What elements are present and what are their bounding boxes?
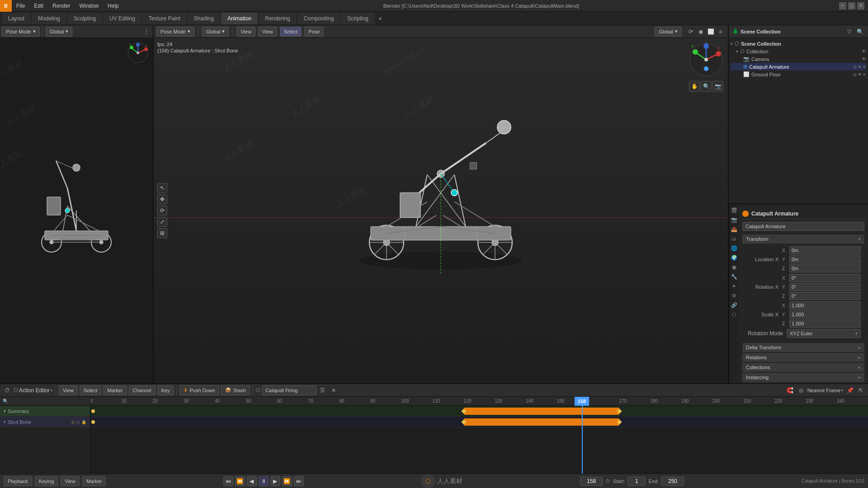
main-viewport[interactable]: Pose Mode ▾ Global ▾ View View Select Po… (154, 25, 728, 383)
tab-compositing[interactable]: Compositing (297, 13, 340, 24)
rotation-x-field[interactable]: 0° (789, 274, 861, 282)
ground-hide-icon[interactable]: ✕ (863, 72, 866, 77)
menu-window[interactable]: Window (75, 0, 103, 11)
maximize-button[interactable]: □ (848, 2, 855, 9)
tab-texture-paint[interactable]: Texture Paint (142, 13, 187, 24)
ground-floor-item[interactable]: ⬜ Ground Floor ◎ 👁 ✕ (731, 70, 866, 78)
action-name-field[interactable]: Catapult Firing (262, 385, 316, 395)
pb-marker-btn[interactable]: Marker (82, 476, 106, 486)
viewport-icon-1[interactable]: ⟳ (686, 27, 695, 36)
prop-tab-object[interactable]: ▣ (730, 263, 738, 271)
transform-header[interactable]: Transform ▾ (742, 235, 864, 244)
instancing-header[interactable]: Instancing ▸ (742, 373, 864, 382)
main-mode-selector[interactable]: Pose Mode ▾ (156, 27, 194, 37)
motion-paths-header[interactable]: Motion Paths ▸ (742, 383, 864, 383)
camera-item[interactable]: 📷 Camera 👁 (731, 55, 866, 63)
tool-transform-icon[interactable]: ⊞ (157, 228, 167, 238)
close-button[interactable]: × (857, 2, 864, 9)
play-pause-btn[interactable]: ⏸ (259, 476, 269, 486)
keying-btn[interactable]: Keying (35, 476, 58, 486)
menu-edit[interactable]: Edit (29, 0, 48, 11)
prev-keyframe-btn[interactable]: ⏪ (235, 476, 245, 486)
tab-animation[interactable]: Animation (221, 13, 258, 24)
prop-tab-render[interactable]: 📷 (730, 216, 738, 224)
catapult-armature-item[interactable]: ⊞ Catapult Armature ◎ 👁 ✕ (731, 63, 866, 70)
left-view-options[interactable]: ⋮ (142, 27, 151, 36)
editor-type-dropdown[interactable]: ▾ (51, 388, 53, 393)
playback-mode-btn[interactable]: Playback (4, 476, 32, 486)
scene-collection-item[interactable]: ▾ ⬡ Scene Collection (731, 40, 866, 47)
prop-tab-modifier[interactable]: 🔧 (730, 272, 738, 281)
ground-render-icon[interactable]: ◎ (853, 72, 857, 77)
camera-icon[interactable]: 📷 (712, 81, 723, 92)
tab-modeling[interactable]: Modeling (32, 13, 66, 24)
outliner-filter-icon[interactable]: ▽ (844, 27, 854, 36)
pb-view-btn[interactable]: View (61, 476, 80, 486)
tab-scripting[interactable]: Scripting (341, 13, 375, 24)
strut-bone-mute-icon[interactable]: ◻ (76, 420, 80, 424)
left-viewport-content[interactable]: 人人素材 人人素材 人人素材 (0, 38, 153, 383)
add-workspace-button[interactable]: + (376, 14, 385, 23)
start-frame-display[interactable]: 1 (627, 477, 646, 486)
scale-z-field[interactable]: 1.000 (789, 319, 861, 328)
tool-scale-icon[interactable]: ⤢ (157, 217, 167, 227)
relations-header[interactable]: Relations ▸ (742, 353, 864, 362)
tool-select-icon[interactable]: ↖ (157, 183, 167, 193)
viewport-icon-4[interactable]: ≡ (716, 27, 725, 36)
step-forward-btn[interactable]: ▶ (270, 476, 280, 486)
timeline-snapping-icon[interactable]: 🧲 (786, 386, 795, 395)
main-select-active-btn[interactable]: Select (280, 27, 302, 37)
tab-sculpting[interactable]: Sculpting (67, 13, 102, 24)
outliner-search-icon[interactable]: 🔍 (855, 27, 864, 36)
menu-help[interactable]: Help (103, 0, 123, 11)
timeline-proportional-icon[interactable]: ◎ (797, 386, 806, 395)
tab-layout[interactable]: Layout (2, 13, 31, 24)
hand-icon[interactable]: ✋ (689, 81, 700, 92)
main-viewport-content[interactable]: 人人素材 人人素材 人人素材 人人素材 人人素材 www.rrcg.cn fps… (154, 38, 728, 383)
push-down-btn[interactable]: ⬇ Push Down (179, 385, 219, 395)
prop-tab-scene2[interactable]: 🌐 (730, 244, 738, 252)
rotation-z-field[interactable]: 0° (789, 292, 861, 300)
location-z-field[interactable]: 0m (789, 264, 861, 272)
tab-rendering[interactable]: Rendering (259, 13, 296, 24)
play-begin-btn[interactable]: ⏮ (223, 476, 233, 486)
menu-render[interactable]: Render (48, 0, 75, 11)
tl-view-btn[interactable]: View (59, 385, 78, 395)
rotation-y-field[interactable]: 0° (789, 283, 861, 291)
timeline-tracks-area[interactable] (90, 406, 868, 427)
scale-y-field[interactable]: 1.000 (789, 310, 861, 319)
collections-header[interactable]: Collections ▸ (742, 363, 864, 372)
prop-tab-scene[interactable]: 🎬 (730, 206, 738, 214)
rotation-mode-dropdown[interactable]: XYZ Euler ▾ (787, 329, 861, 338)
location-x-field[interactable]: 0m (789, 246, 861, 254)
prop-tab-data[interactable]: ⬡ (730, 310, 738, 319)
collection-item[interactable]: ▾ ⬡ Collection 👁 (731, 47, 866, 55)
viewport-global-selector[interactable]: Global ▾ (655, 27, 682, 37)
current-frame-display[interactable]: 158 (580, 477, 603, 486)
timeline-expand-icon[interactable]: ⇱ (856, 386, 865, 395)
armature-viewport-icon[interactable]: 👁 (858, 65, 862, 69)
armature-hide-icon[interactable]: ✕ (863, 65, 866, 69)
tab-shading[interactable]: Shading (188, 13, 220, 24)
tl-key-btn[interactable]: Key (157, 385, 174, 395)
ground-viewport-icon[interactable]: 👁 (858, 72, 862, 77)
strut-bone-key-icon[interactable]: ◇ (71, 420, 75, 424)
tab-uv-editing[interactable]: UV Editing (103, 13, 142, 24)
viewport-icon-3[interactable]: ⬜ (706, 27, 715, 36)
nearest-frame-dropdown[interactable]: ▾ (841, 388, 844, 393)
main-pose-btn[interactable]: Pose (304, 27, 324, 37)
viewport-icon-2[interactable]: ◉ (696, 27, 705, 36)
step-back-btn[interactable]: ◀ (247, 476, 257, 486)
end-frame-display[interactable]: 250 (661, 477, 684, 486)
left-mode-selector[interactable]: Pose Mode ▾ (2, 27, 40, 37)
object-name-field[interactable]: Catapult Armature (742, 222, 864, 231)
prop-tab-particles[interactable]: ✦ (730, 282, 738, 290)
zoom-icon[interactable]: 🔍 (701, 81, 712, 92)
prop-tab-physics[interactable]: ⚙ (730, 291, 738, 300)
action-browse-icon[interactable]: ☰ (318, 386, 327, 395)
tool-rotate-icon[interactable]: ⟳ (157, 206, 167, 216)
timeline-search-icon[interactable]: 🔍 (2, 398, 9, 405)
play-end-btn[interactable]: ⏭ (294, 476, 304, 486)
prop-tab-view-layer[interactable]: 🗂 (730, 235, 738, 243)
scale-x-field[interactable]: 1.000 (789, 301, 861, 310)
